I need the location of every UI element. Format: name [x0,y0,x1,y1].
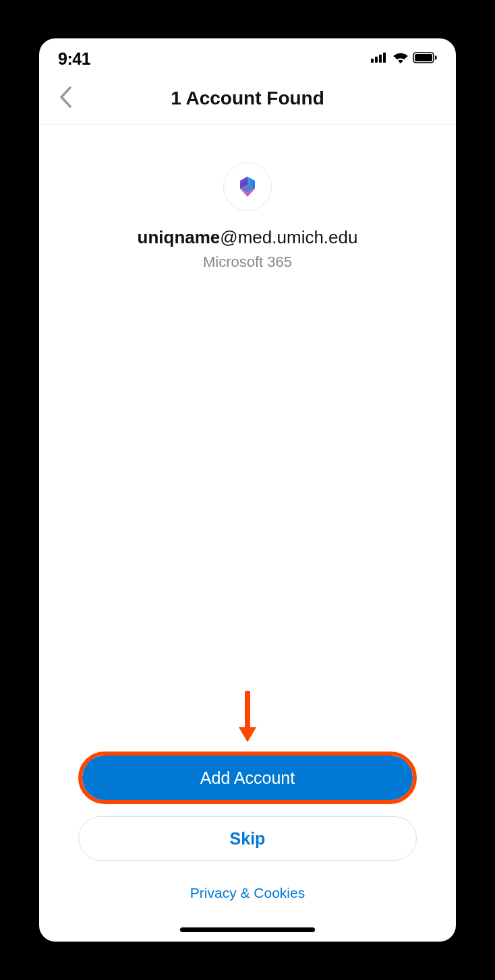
account-type: Microsoft 365 [39,253,456,271]
account-email: uniqname@med.umich.edu [39,227,456,248]
add-account-highlight: Add Account [78,752,417,804]
back-button[interactable] [55,82,76,115]
svg-rect-3 [383,53,386,63]
privacy-cookies-link[interactable]: Privacy & Cookies [190,885,305,901]
phone-frame: 9:41 1 Account Found [39,38,456,942]
wifi-icon [392,52,409,66]
svg-rect-6 [435,55,437,59]
account-email-user: uniqname [138,227,221,247]
microsoft-365-icon [235,175,260,199]
page-title: 1 Account Found [39,88,456,109]
account-avatar [223,162,272,211]
chevron-left-icon [59,86,71,108]
svg-rect-1 [375,57,378,63]
content-area: uniqname@med.umich.edu Microsoft 365 Add… [39,125,456,942]
svg-rect-5 [415,54,432,61]
account-email-domain: @med.umich.edu [220,227,357,247]
cellular-icon [371,52,388,65]
bottom-section: Add Account Skip Privacy & Cookies [39,691,456,942]
home-indicator[interactable] [180,927,315,932]
status-bar: 9:41 [39,38,456,72]
nav-bar: 1 Account Found [39,72,456,125]
status-icons [371,52,437,66]
account-section: uniqname@med.umich.edu Microsoft 365 [39,125,456,271]
add-account-button[interactable]: Add Account [82,756,413,800]
svg-rect-0 [371,59,374,63]
arrow-down-icon [236,691,259,745]
svg-rect-2 [379,55,382,63]
arrow-annotation [78,691,417,745]
skip-button[interactable]: Skip [78,816,417,861]
battery-icon [413,52,437,66]
status-time: 9:41 [58,49,90,69]
